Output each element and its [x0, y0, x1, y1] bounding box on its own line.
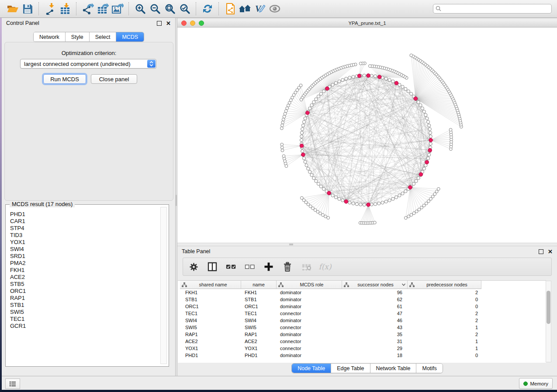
zoom-fit-icon[interactable] — [163, 2, 177, 16]
graph-hub-node[interactable] — [425, 160, 429, 164]
graph-hub-node[interactable] — [300, 144, 304, 148]
graph-hub-node[interactable] — [419, 172, 423, 176]
graph-leaf-node[interactable] — [368, 65, 371, 68]
network-canvas[interactable] — [177, 28, 557, 243]
graph-node[interactable] — [301, 127, 304, 131]
graph-leaf-node[interactable] — [280, 127, 283, 130]
graph-node[interactable] — [315, 179, 318, 182]
graph-leaf-node[interactable] — [449, 128, 452, 131]
graph-node[interactable] — [426, 120, 429, 124]
zoom-selected-icon[interactable] — [177, 2, 192, 16]
graph-node[interactable] — [359, 203, 362, 206]
window-zoom-icon[interactable] — [199, 21, 204, 26]
show-hide-icon[interactable] — [267, 2, 282, 16]
graph-node[interactable] — [410, 92, 413, 95]
graph-leaf-node[interactable] — [280, 146, 284, 149]
graph-hub-node[interactable] — [301, 153, 305, 157]
graph-leaf-node[interactable] — [418, 208, 421, 211]
table-tab-motifs[interactable]: Motifs — [416, 364, 442, 373]
mcds-result-item[interactable]: TID3 — [10, 232, 160, 239]
graph-leaf-node[interactable] — [373, 221, 376, 224]
table-row[interactable]: FKH1FKH1dominator962 — [180, 289, 481, 296]
column-header-successor-nodes[interactable]: successor nodes — [342, 281, 408, 289]
graph-node[interactable] — [352, 202, 355, 205]
graph-hub-node[interactable] — [377, 75, 381, 79]
graph-node[interactable] — [331, 194, 334, 197]
import-table-icon[interactable] — [58, 2, 73, 16]
graph-node[interactable] — [307, 167, 310, 170]
float-table-panel-icon[interactable] — [539, 249, 543, 254]
graph-node[interactable] — [388, 78, 391, 81]
graph-hub-node[interactable] — [327, 191, 331, 195]
mcds-result-item[interactable]: RAP1 — [10, 295, 160, 302]
table-row[interactable]: YOX1YOX1connector291 — [180, 345, 481, 352]
sort-chevron-icon[interactable] — [402, 283, 405, 286]
graph-node[interactable] — [308, 107, 311, 110]
show-columns-icon[interactable] — [207, 261, 218, 272]
horizontal-splitter[interactable] — [177, 243, 557, 246]
graph-node[interactable] — [334, 196, 337, 199]
graph-hub-node[interactable] — [306, 111, 310, 115]
search-input[interactable] — [433, 4, 552, 14]
table-row[interactable]: SWI4SWI4dominator462 — [180, 317, 481, 324]
graph-node[interactable] — [300, 131, 303, 134]
graph-leaf-node[interactable] — [281, 121, 284, 124]
graph-node[interactable] — [322, 90, 325, 93]
graph-node[interactable] — [384, 200, 387, 203]
tab-select[interactable]: Select — [90, 32, 117, 41]
graph-hub-node[interactable] — [429, 138, 433, 142]
graph-leaf-node[interactable] — [284, 110, 287, 113]
table-row[interactable]: STB1STB1dominator620 — [180, 296, 481, 303]
graph-node[interactable] — [428, 124, 431, 127]
graph-node[interactable] — [301, 124, 304, 127]
close-panel-icon[interactable]: ✕ — [166, 21, 171, 26]
graph-node[interactable] — [417, 100, 420, 103]
graph-node[interactable] — [315, 98, 318, 101]
graph-node[interactable] — [384, 77, 387, 80]
zoom-out-icon[interactable] — [148, 2, 163, 16]
graph-node[interactable] — [305, 164, 308, 167]
graph-leaf-node[interactable] — [300, 98, 303, 101]
table-tab-edge-table[interactable]: Edge Table — [331, 364, 370, 373]
float-panel-icon[interactable] — [157, 21, 162, 26]
graph-node[interactable] — [404, 87, 407, 90]
save-icon[interactable] — [20, 2, 35, 16]
graph-node[interactable] — [352, 75, 355, 78]
graph-hub-node[interactable] — [325, 87, 329, 91]
table-row[interactable]: ORC1ORC1dominator610 — [180, 303, 481, 310]
graph-node[interactable] — [422, 110, 426, 113]
graph-node[interactable] — [302, 120, 305, 124]
graph-leaf-node[interactable] — [281, 149, 284, 152]
graph-leaf-node[interactable] — [407, 215, 410, 218]
graph-leaf-node[interactable] — [415, 210, 418, 213]
column-header-name[interactable]: name — [241, 281, 277, 289]
network-file-icon[interactable] — [223, 2, 238, 16]
graph-leaf-node[interactable] — [281, 124, 284, 127]
graph-node[interactable] — [401, 85, 404, 88]
graph-node[interactable] — [398, 194, 401, 197]
table-row[interactable]: RAP1RAP1dominator352 — [180, 331, 481, 338]
graph-node[interactable] — [331, 83, 334, 86]
column-header-MCDS-role[interactable]: MCDS role — [277, 281, 342, 289]
graph-node[interactable] — [377, 202, 381, 205]
graph-node[interactable] — [310, 103, 313, 107]
graph-node[interactable] — [341, 78, 344, 81]
vertical-splitter-handle[interactable] — [176, 195, 177, 206]
open-icon[interactable] — [5, 2, 20, 16]
graph-node[interactable] — [319, 185, 322, 188]
graph-leaf-node[interactable] — [404, 217, 407, 220]
refresh-icon[interactable] — [200, 2, 215, 16]
select-all-icon[interactable] — [226, 261, 236, 272]
graph-leaf-node[interactable] — [410, 213, 413, 217]
delete-icon[interactable] — [282, 261, 293, 272]
tab-network[interactable]: Network — [34, 32, 66, 41]
graph-node[interactable] — [322, 187, 325, 190]
graph-node[interactable] — [429, 131, 432, 134]
graph-leaf-node[interactable] — [327, 217, 330, 220]
mcds-result-item[interactable]: ORC1 — [10, 288, 160, 295]
table-tab-network-table[interactable]: Network Table — [370, 364, 417, 373]
export-network-icon[interactable] — [80, 2, 95, 16]
graph-node[interactable] — [312, 100, 315, 103]
graph-node[interactable] — [319, 92, 322, 95]
column-header-predecessor-nodes[interactable]: predecessor nodes — [408, 281, 481, 289]
